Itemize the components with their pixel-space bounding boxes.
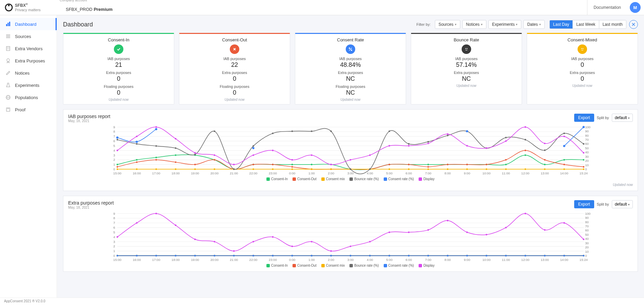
svg-point-385 — [408, 255, 410, 256]
svg-text:10: 10 — [585, 250, 589, 253]
svg-point-24 — [581, 48, 582, 49]
svg-point-402 — [253, 241, 254, 243]
account-area[interactable]: Company account SFBX_PROD Premium — [57, 0, 587, 17]
svg-text:6:00: 6:00 — [406, 258, 412, 262]
svg-text:80: 80 — [585, 220, 589, 224]
chevron-down-icon: ▾ — [481, 23, 483, 26]
report-title: IAB purposes report — [68, 114, 110, 119]
avatar[interactable]: M — [630, 2, 641, 13]
sidebar-item-notices[interactable]: Notices — [0, 67, 57, 79]
brand-tag: Privacy matters — [15, 8, 41, 12]
kpi-icon — [230, 44, 239, 54]
filter-experiments-dropdown[interactable]: Experiments ▾ — [488, 20, 522, 29]
svg-text:21:00: 21:00 — [230, 171, 238, 175]
logo: SFBX® Privacy matters — [0, 3, 57, 12]
svg-point-110 — [175, 161, 177, 163]
chevron-down-icon: ▾ — [516, 23, 518, 26]
close-filters-button[interactable] — [629, 20, 638, 29]
kpi-card-consent-in: Consent-In IAB purposes21Extra purposes0… — [63, 33, 174, 104]
sidebar-item-sources[interactable]: Sources — [0, 30, 57, 42]
svg-text:23:00: 23:00 — [269, 258, 277, 262]
svg-text:18:00: 18:00 — [172, 171, 180, 175]
svg-point-394 — [583, 255, 585, 256]
svg-rect-11 — [7, 49, 8, 49]
svg-text:9:00: 9:00 — [464, 171, 470, 175]
svg-point-139 — [253, 168, 254, 170]
kpi-title: Consent-Mixed — [530, 37, 635, 42]
sidebar-item-populations[interactable]: Populations — [0, 91, 57, 103]
svg-point-170 — [369, 168, 371, 170]
svg-text:22:00: 22:00 — [249, 171, 257, 175]
svg-text:40: 40 — [585, 237, 589, 241]
svg-point-20 — [351, 50, 352, 51]
svg-point-174 — [447, 135, 448, 136]
svg-point-388 — [466, 255, 468, 256]
svg-text:15:00: 15:00 — [113, 171, 121, 175]
svg-point-210 — [525, 126, 526, 128]
svg-text:20: 20 — [585, 159, 589, 163]
svg-point-370 — [117, 255, 118, 256]
sidebar-item-proof[interactable]: Proof — [0, 103, 57, 116]
svg-point-1 — [8, 5, 10, 6]
kpi-row-label: Extra purposes — [182, 71, 287, 75]
svg-text:1: 1 — [113, 163, 115, 166]
svg-point-143 — [330, 168, 332, 170]
svg-point-25 — [583, 48, 584, 49]
svg-point-91 — [291, 164, 293, 166]
report-panel-1: Extra purposes report May, 18, 2021 Expo… — [63, 196, 638, 272]
export-button[interactable]: Export — [574, 114, 594, 122]
svg-rect-10 — [8, 47, 9, 48]
filters: Filter by: Sources ▾Notices ▾Experiments… — [416, 20, 638, 29]
svg-text:50: 50 — [585, 146, 589, 150]
svg-point-98 — [427, 164, 429, 166]
svg-point-414 — [486, 234, 487, 235]
kpi-title: Bounce Rate — [414, 37, 519, 42]
svg-text:5:00: 5:00 — [386, 258, 393, 262]
range-last-month[interactable]: Last month — [599, 20, 626, 28]
svg-point-156 — [583, 168, 585, 170]
svg-point-109 — [155, 159, 157, 161]
svg-point-104 — [544, 164, 546, 166]
chart-0: 0123456789010203040506070809010015:0016:… — [68, 125, 633, 176]
svg-point-404 — [291, 246, 293, 247]
filter-dates-dropdown[interactable]: Dates ▾ — [523, 20, 544, 29]
svg-point-167 — [311, 131, 313, 132]
svg-point-178 — [525, 139, 526, 140]
legend-item: Consent rate (%) — [384, 177, 414, 181]
svg-point-371 — [136, 255, 138, 256]
sidebar-item-extra-purposes[interactable]: Extra Purposes — [0, 55, 57, 67]
svg-point-148 — [427, 168, 429, 170]
split-select[interactable]: default ▾ — [612, 114, 633, 122]
kpi-card-consent-mixed: Consent-Mixed IAB purposes0Extra purpose… — [527, 33, 638, 104]
svg-point-412 — [447, 220, 448, 222]
kpi-row-value: 0 — [66, 75, 171, 82]
filter-sources-dropdown[interactable]: Sources ▾ — [435, 20, 460, 29]
svg-text:8:00: 8:00 — [444, 171, 451, 175]
svg-point-213 — [583, 152, 585, 154]
svg-text:15:00: 15:00 — [113, 258, 121, 262]
svg-point-181 — [583, 143, 585, 145]
chart-legend: Consent-InConsent-OutConsent mixBounce r… — [68, 177, 633, 181]
svg-point-201 — [350, 159, 351, 161]
split-select[interactable]: default ▾ — [612, 200, 633, 208]
svg-point-163 — [233, 168, 235, 170]
svg-point-379 — [291, 255, 293, 256]
svg-text:3: 3 — [113, 153, 115, 157]
svg-point-390 — [505, 255, 507, 256]
export-button[interactable]: Export — [574, 200, 594, 208]
svg-text:17:00: 17:00 — [152, 171, 160, 175]
chevron-down-icon: ▾ — [539, 23, 541, 26]
svg-point-209 — [505, 140, 507, 142]
range-last-day[interactable]: Last Day — [550, 20, 572, 28]
svg-text:0: 0 — [585, 254, 587, 258]
sidebar-item-dashboard[interactable]: Dashboard — [0, 18, 57, 30]
range-last-week[interactable]: Last Week — [572, 20, 599, 28]
svg-point-205 — [427, 142, 429, 144]
documentation-link[interactable]: Documentation — [587, 0, 627, 15]
kpi-row-label: Extra purposes — [298, 71, 403, 75]
sidebar-item-extra-vendors[interactable]: Extra Vendors — [0, 42, 57, 55]
filter-notices-dropdown[interactable]: Notices ▾ — [462, 20, 486, 29]
sidebar-item-experiments[interactable]: Experiments — [0, 79, 57, 91]
svg-point-378 — [272, 255, 274, 256]
svg-text:2: 2 — [113, 158, 115, 161]
